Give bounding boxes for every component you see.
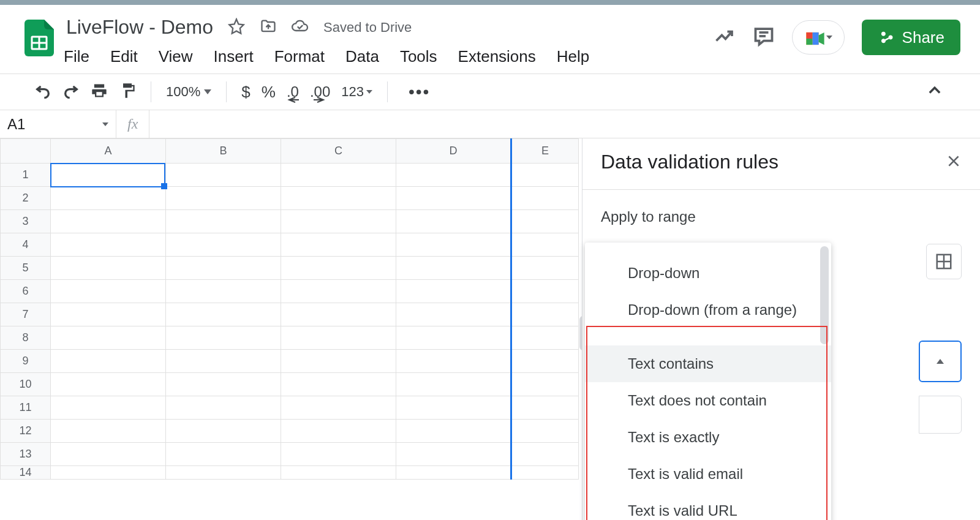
row-header[interactable]: 4	[1, 233, 51, 257]
sheets-logo[interactable]	[15, 10, 64, 56]
menu-file[interactable]: File	[64, 47, 89, 66]
decrease-decimal-button[interactable]: .0	[287, 83, 299, 100]
column-header[interactable]: C	[281, 139, 396, 164]
chevron-down-icon	[826, 36, 832, 39]
select-range-button[interactable]	[926, 244, 962, 279]
criteria-option[interactable]: Text does not contain	[585, 382, 831, 419]
menu-data[interactable]: Data	[345, 47, 379, 66]
data-validation-panel: Data validation rules Apply to range cel…	[582, 138, 980, 520]
row-header[interactable]: 13	[1, 443, 51, 466]
criteria-option[interactable]: Text is valid email	[585, 456, 831, 492]
criteria-option[interactable]: Text contains	[585, 345, 831, 382]
move-icon[interactable]	[260, 18, 277, 37]
criteria-dropdown-toggle[interactable]	[919, 341, 962, 382]
zoom-value: 100%	[166, 84, 200, 100]
chevron-down-icon	[102, 122, 108, 126]
svg-rect-8	[812, 32, 818, 45]
row-header[interactable]: 8	[1, 326, 51, 350]
chevron-up-icon	[937, 359, 944, 364]
trend-icon[interactable]	[714, 25, 736, 50]
svg-rect-6	[806, 32, 812, 39]
menu-bar: File Edit View Insert Format Data Tools …	[64, 40, 714, 66]
cloud-saved-icon[interactable]	[292, 18, 309, 37]
chevron-down-icon	[204, 89, 211, 94]
row-header[interactable]: 7	[1, 303, 51, 326]
percent-button[interactable]: %	[262, 83, 276, 102]
menu-help[interactable]: Help	[557, 47, 589, 66]
save-status: Saved to Drive	[323, 20, 412, 36]
share-button[interactable]: Share	[862, 20, 960, 55]
name-box-value: A1	[7, 116, 25, 133]
menu-tools[interactable]: Tools	[400, 47, 437, 66]
formula-bar: A1 fx	[0, 110, 980, 138]
spreadsheet-grid[interactable]: A B C D E 1 2 3 4 5 6 7 8 9 10 11 12 13 …	[0, 138, 582, 520]
app-header: LiveFlow - Demo Saved to Drive File Edit…	[0, 5, 980, 73]
panel-title: Data validation rules	[601, 151, 778, 173]
meet-icon	[804, 28, 824, 47]
zoom-dropdown[interactable]: 100%	[166, 84, 211, 100]
row-header[interactable]: 12	[1, 420, 51, 443]
chevron-down-icon	[366, 90, 372, 94]
menu-edit[interactable]: Edit	[110, 47, 138, 66]
svg-rect-7	[806, 39, 812, 45]
row-header[interactable]: 3	[1, 210, 51, 233]
criteria-option[interactable]: Text is exactly	[585, 419, 831, 456]
increase-decimal-button[interactable]: .00	[310, 83, 330, 100]
menu-extensions[interactable]: Extensions	[458, 47, 536, 66]
star-icon[interactable]	[228, 18, 245, 37]
select-all-corner[interactable]	[1, 139, 51, 164]
collapse-toolbar-icon[interactable]	[926, 82, 943, 102]
column-header[interactable]: A	[51, 139, 166, 164]
criteria-dropdown-list: Drop-down Drop-down (from a range) Text …	[585, 243, 831, 520]
criteria-option[interactable]: Drop-down (from a range)	[585, 292, 831, 328]
window-top-bar	[0, 0, 980, 5]
formula-input[interactable]	[149, 110, 980, 138]
comments-icon[interactable]	[753, 25, 775, 50]
toolbar: 100% $ % .0 .00 123 •••	[0, 73, 980, 110]
close-icon[interactable]	[946, 153, 962, 171]
menu-format[interactable]: Format	[274, 47, 325, 66]
row-header[interactable]: 11	[1, 396, 51, 420]
column-header[interactable]: D	[396, 139, 511, 164]
redo-icon[interactable]	[62, 82, 80, 102]
row-header[interactable]: 9	[1, 350, 51, 373]
column-header[interactable]: E	[511, 139, 579, 164]
row-header[interactable]: 5	[1, 257, 51, 280]
undo-icon[interactable]	[34, 82, 51, 102]
criteria-option[interactable]: Drop-down	[585, 255, 831, 292]
scrollbar-thumb[interactable]	[579, 316, 582, 350]
print-icon[interactable]	[91, 82, 108, 102]
number-format-dropdown[interactable]: 123	[341, 84, 372, 100]
column-header[interactable]: B	[166, 139, 281, 164]
menu-view[interactable]: View	[159, 47, 193, 66]
row-header[interactable]: 2	[1, 187, 51, 210]
scrollbar-thumb[interactable]	[820, 246, 829, 344]
criteria-option[interactable]: Text is valid URL	[585, 492, 831, 520]
currency-button[interactable]: $	[241, 83, 250, 102]
share-label: Share	[902, 28, 944, 47]
row-header[interactable]: 14	[1, 466, 51, 480]
paint-format-icon[interactable]	[119, 82, 136, 102]
document-title[interactable]: LiveFlow - Demo	[64, 15, 216, 40]
name-box[interactable]: A1	[0, 110, 116, 138]
row-header[interactable]: 6	[1, 280, 51, 303]
row-header[interactable]: 1	[1, 164, 51, 187]
more-toolbar-icon[interactable]: •••	[402, 82, 430, 102]
apply-to-range-label: Apply to range	[601, 208, 962, 225]
menu-insert[interactable]: Insert	[214, 47, 254, 66]
criteria-value-input[interactable]	[919, 396, 962, 434]
fx-label: fx	[116, 116, 149, 132]
meet-button[interactable]	[792, 20, 845, 55]
row-header[interactable]: 10	[1, 373, 51, 396]
